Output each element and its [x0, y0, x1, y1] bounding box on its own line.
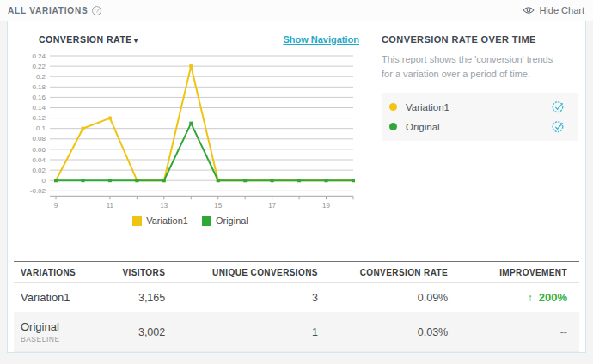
legend-item-original: Original — [202, 215, 248, 226]
svg-text:0.1: 0.1 — [36, 124, 46, 132]
improvement-value: -- — [560, 326, 567, 338]
hide-chart-button[interactable]: Hide Chart — [523, 5, 584, 15]
svg-text:13: 13 — [160, 202, 168, 209]
variation-name: Original — [21, 320, 92, 333]
unique-conversions-value: 1 — [172, 312, 325, 352]
info-panel-description: This report shows the 'conversion' trend… — [382, 52, 578, 82]
info-panel: CONVERSION RATE OVER TIME This report sh… — [370, 21, 585, 261]
col-visitors: VISITORS — [99, 262, 173, 283]
col-improvement: IMPROVEMENT — [455, 262, 579, 283]
series-list: Variation1 Original — [382, 93, 578, 141]
visitors-value: 3,002 — [99, 312, 173, 352]
page-header: ALL VARIATIONS ? Hide Chart — [0, 0, 593, 21]
svg-text:17: 17 — [268, 202, 276, 209]
svg-text:0.22: 0.22 — [32, 63, 46, 70]
check-circle-icon[interactable] — [552, 100, 565, 113]
svg-text:19: 19 — [322, 202, 330, 209]
unique-conversions-value: 3 — [172, 283, 325, 312]
table-header-row: VARIATIONS VISITORS UNIQUE CONVERSIONS C… — [14, 262, 579, 283]
legend-label: Original — [216, 215, 248, 226]
conversion-rate-value: 0.03% — [325, 312, 455, 352]
series-row-variation1[interactable]: Variation1 — [382, 97, 578, 117]
col-variations: VARIATIONS — [14, 262, 99, 283]
svg-text:0.14: 0.14 — [32, 104, 46, 112]
chart-panel: CONVERSION RATE▾ Show Navigation 0.240.2… — [8, 21, 370, 261]
check-circle-icon[interactable] — [552, 120, 565, 133]
svg-text:11: 11 — [107, 202, 114, 209]
svg-text:0.16: 0.16 — [32, 94, 46, 101]
svg-text:0.24: 0.24 — [32, 52, 46, 60]
caret-down-icon: ▾ — [134, 36, 138, 45]
results-table: VARIATIONS VISITORS UNIQUE CONVERSIONS C… — [14, 261, 579, 352]
series-label: Variation1 — [406, 102, 552, 112]
svg-text:0.08: 0.08 — [32, 135, 46, 143]
svg-text:0.04: 0.04 — [32, 156, 46, 164]
help-icon[interactable]: ? — [92, 6, 101, 15]
series-color-dot — [389, 103, 397, 111]
svg-text:0.12: 0.12 — [32, 114, 46, 122]
series-row-original[interactable]: Original — [382, 117, 578, 136]
results-table-section: VARIATIONS VISITORS UNIQUE CONVERSIONS C… — [8, 261, 585, 352]
table-row-original[interactable]: Original BASELINE 3,002 1 0.03% -- — [14, 312, 579, 352]
legend-label: Variation1 — [146, 215, 188, 226]
show-navigation-link[interactable]: Show Navigation — [283, 34, 359, 45]
conversion-chart[interactable]: 0.240.220.20.180.160.140.120.10.080.060.… — [15, 48, 362, 215]
series-color-dot — [389, 123, 397, 130]
svg-text:-0.02: -0.02 — [30, 187, 46, 195]
metric-dropdown[interactable]: CONVERSION RATE▾ — [39, 34, 138, 45]
eye-icon — [523, 6, 535, 15]
svg-text:0: 0 — [42, 177, 46, 185]
svg-text:0.2: 0.2 — [36, 73, 46, 81]
table-row-variation1[interactable]: Variation1 3,165 3 0.09% ↑200% — [14, 283, 579, 312]
conversion-rate-value: 0.09% — [325, 283, 455, 312]
report-card: CONVERSION RATE▾ Show Navigation 0.240.2… — [7, 21, 586, 353]
info-panel-title: CONVERSION RATE OVER TIME — [382, 34, 578, 45]
visitors-value: 3,165 — [99, 283, 173, 312]
col-conversion-rate: CONVERSION RATE — [325, 262, 455, 283]
svg-text:15: 15 — [214, 202, 222, 209]
metric-label: CONVERSION RATE — [39, 34, 132, 45]
svg-text:9: 9 — [54, 202, 58, 209]
svg-text:0.06: 0.06 — [32, 146, 46, 154]
improvement-value: ↑200% — [528, 291, 567, 304]
series-label: Original — [406, 122, 552, 132]
up-arrow-icon: ↑ — [528, 292, 533, 304]
baseline-badge: BASELINE — [21, 335, 92, 343]
legend-item-variation1: Variation1 — [132, 215, 188, 226]
chart-legend: Variation1 Original — [13, 215, 368, 226]
page-title: ALL VARIATIONS — [8, 6, 88, 15]
legend-swatch-icon — [202, 216, 211, 226]
variation-name: Variation1 — [21, 291, 92, 304]
legend-swatch-icon — [132, 216, 142, 226]
svg-text:0.18: 0.18 — [32, 83, 46, 91]
svg-text:0.02: 0.02 — [32, 167, 46, 174]
hide-chart-label: Hide Chart — [539, 5, 584, 15]
col-unique-conversions: UNIQUE CONVERSIONS — [172, 262, 325, 283]
